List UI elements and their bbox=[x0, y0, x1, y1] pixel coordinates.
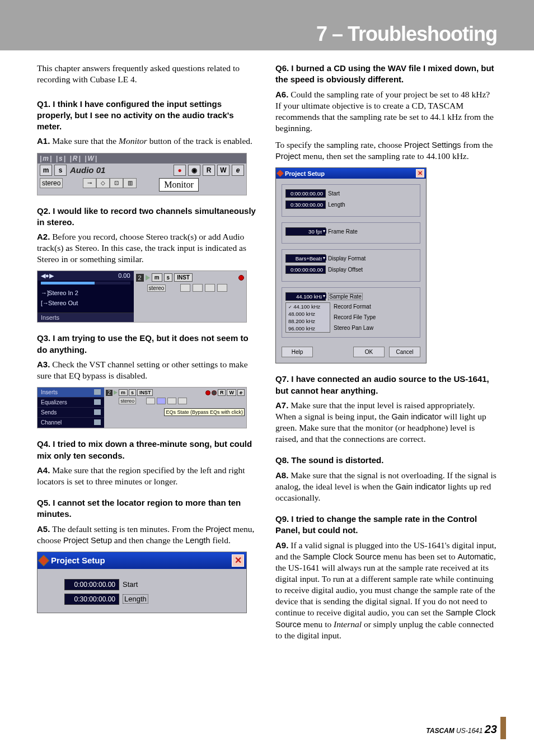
a8-label: A8. bbox=[275, 470, 288, 480]
edit-button[interactable]: e bbox=[232, 165, 244, 176]
q8-answer: A8. Make sure that the signal is not ove… bbox=[275, 470, 497, 503]
length-value[interactable]: 0:30:00:00.00 bbox=[64, 594, 119, 605]
option-48000[interactable]: 48.000 kHz bbox=[286, 310, 330, 318]
start-label: Start bbox=[123, 580, 138, 589]
mute-button[interactable]: m bbox=[119, 389, 128, 396]
q5-answer: A5. The default setting is ten minutes. … bbox=[37, 524, 259, 546]
figure-project-setup-full: Project Setup ✕ 0:00:00:00.00 Start 0:30… bbox=[275, 167, 427, 363]
tab-equalizers[interactable]: Equalizers bbox=[38, 398, 104, 408]
record-enable-button[interactable] bbox=[238, 275, 244, 281]
option-88200[interactable]: 88.200 kHz bbox=[286, 318, 330, 325]
edit-button[interactable]: e bbox=[237, 389, 245, 396]
q7-answer: A7. Make sure that the input level is ra… bbox=[275, 400, 497, 445]
solo-button[interactable]: s bbox=[164, 273, 173, 282]
fig1-tabs: |m| |s| |R| |W| bbox=[38, 153, 246, 164]
option-96000[interactable]: 96.000 kHz bbox=[286, 325, 330, 332]
record-enable-button[interactable]: ● bbox=[174, 165, 186, 176]
close-button[interactable]: ✕ bbox=[416, 169, 424, 178]
q1-answer: A1. Make sure that the Monitor button of… bbox=[37, 136, 259, 147]
channel-icon[interactable] bbox=[217, 284, 227, 292]
sample-rate-dropdown[interactable]: 44.100 kHz bbox=[285, 292, 326, 301]
write-automation-button[interactable]: W bbox=[227, 389, 236, 396]
a2-label: A2. bbox=[37, 232, 50, 241]
track-number: 2 bbox=[106, 390, 113, 396]
sends-icon[interactable] bbox=[167, 398, 176, 404]
stereo-label: stereo bbox=[40, 178, 63, 188]
mute-button[interactable]: m bbox=[152, 273, 162, 282]
dialog-title: Project Setup bbox=[51, 556, 105, 565]
solo-button[interactable]: s bbox=[54, 165, 67, 176]
tab-channel[interactable]: Channel bbox=[38, 418, 104, 428]
display-format-dropdown[interactable]: Bars+Beats bbox=[285, 254, 326, 263]
close-button[interactable]: ✕ bbox=[232, 554, 244, 567]
track-icon-bar: ⊸ ◇ ⊡ ▥ bbox=[83, 178, 137, 188]
monitor-button[interactable] bbox=[212, 390, 217, 395]
option-44100[interactable]: 44.100 kHz bbox=[286, 303, 330, 310]
cancel-button[interactable]: Cancel bbox=[389, 347, 420, 357]
eq-icon[interactable]: ◇ bbox=[96, 178, 110, 188]
length-value[interactable]: 0:30:00:00.00 bbox=[285, 200, 326, 209]
q9-question: Q9. I tried to change the sample rate in… bbox=[275, 514, 497, 536]
inserts-row[interactable]: Inserts bbox=[38, 312, 134, 322]
monitor-callout: Monitor bbox=[159, 178, 198, 192]
record-enable-button[interactable] bbox=[205, 390, 210, 395]
a4-label: A4. bbox=[37, 465, 50, 475]
frame-rate-dropdown[interactable]: 30 fps bbox=[285, 227, 326, 236]
insert-icon[interactable] bbox=[180, 284, 190, 292]
q2-answer: A2. Before you record, choose Stereo tra… bbox=[37, 231, 259, 265]
eq-bypass-tooltip: EQs State (Bypass EQs with click) bbox=[164, 408, 245, 416]
eq-icon[interactable] bbox=[193, 284, 203, 292]
stereo-in-row[interactable]: →] Stereo In 2 bbox=[38, 288, 134, 298]
read-automation-button[interactable]: R bbox=[218, 389, 226, 396]
q6-question: Q6. I burned a CD using the WAV file I m… bbox=[275, 63, 497, 86]
insert-icon[interactable] bbox=[146, 398, 155, 404]
solo-button[interactable]: s bbox=[129, 389, 136, 396]
start-value[interactable]: 0:00:00:00.00 bbox=[285, 189, 326, 198]
q3-answer: A3. Check the VST channel setting or oth… bbox=[37, 359, 259, 381]
sends-icon[interactable] bbox=[205, 284, 215, 292]
cubase-icon bbox=[277, 170, 284, 177]
a6-label: A6. bbox=[275, 90, 288, 99]
track-number: 2 bbox=[136, 274, 144, 282]
q5-question: Q5. I cannot set the locator region to m… bbox=[37, 497, 259, 520]
channel-icon[interactable] bbox=[178, 398, 187, 404]
write-automation-button[interactable]: W bbox=[217, 165, 229, 176]
tab-marker bbox=[500, 717, 506, 739]
stereo-label: stereo bbox=[147, 284, 166, 292]
figure-project-setup-small: Project Setup ✕ 0:00:00:00.00 Start 0:30… bbox=[37, 552, 247, 613]
eq-icon[interactable] bbox=[157, 398, 166, 404]
insert-icon[interactable]: ⊸ bbox=[83, 178, 96, 188]
tab-sends[interactable]: Sends bbox=[38, 408, 104, 418]
cubase-icon bbox=[38, 555, 49, 566]
record-file-type-label: Record File Type bbox=[334, 314, 376, 320]
sends-icon[interactable]: ⊡ bbox=[110, 178, 123, 188]
fig2-slider[interactable] bbox=[41, 282, 130, 284]
expand-icon[interactable] bbox=[114, 390, 118, 395]
channel-icon[interactable]: ▥ bbox=[123, 178, 137, 188]
ok-button[interactable]: OK bbox=[353, 347, 385, 357]
help-button[interactable]: Help bbox=[282, 347, 313, 357]
stereo-label: stereo bbox=[119, 398, 136, 404]
fig2-lr-icon: ◀●▶ bbox=[41, 272, 54, 279]
a3-label: A3. bbox=[37, 360, 50, 369]
inst-label: INST bbox=[174, 273, 193, 282]
stereo-pan-law-label: Stereo Pan Law bbox=[334, 325, 376, 331]
q8-question: Q8. The sound is distorted. bbox=[275, 455, 497, 466]
stereo-out-row[interactable]: [→ Stereo Out bbox=[38, 298, 134, 308]
a5-label: A5. bbox=[37, 524, 50, 534]
length-label: Length bbox=[328, 202, 345, 208]
fig2-value: 0.00 bbox=[118, 272, 130, 279]
start-value[interactable]: 0:00:00:00.00 bbox=[64, 579, 119, 590]
sample-rate-options[interactable]: 44.100 kHz 48.000 kHz 88.200 kHz 96.000 … bbox=[285, 302, 330, 333]
expand-icon[interactable] bbox=[146, 275, 150, 281]
display-offset-value[interactable]: 0:00:00:00.00 bbox=[285, 265, 326, 274]
mute-button[interactable]: m bbox=[40, 165, 52, 176]
tab-inserts[interactable]: Inserts bbox=[38, 388, 104, 398]
read-automation-button[interactable]: R bbox=[203, 165, 215, 176]
monitor-button[interactable]: ◉ bbox=[188, 165, 200, 176]
figure-stereo-in-out: ◀●▶ 0.00 →] Stereo In 2 [→ Stereo Out In… bbox=[37, 270, 247, 323]
chapter-title: 7 – Troubleshooting bbox=[316, 22, 497, 46]
display-offset-label: Display Offset bbox=[328, 267, 363, 273]
frame-rate-label: Frame Rate bbox=[328, 228, 358, 235]
page-footer: TASCAM US-1641 23 bbox=[426, 723, 497, 736]
